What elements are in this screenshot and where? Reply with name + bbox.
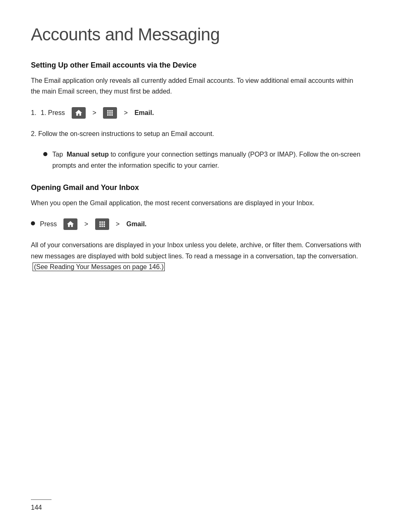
page-container: Accounts and Messaging Setting Up other …	[0, 0, 393, 313]
footer-divider	[31, 499, 51, 500]
step1-line: 1. 1. Press > > Email.	[31, 107, 362, 119]
gmail-arrow1: >	[84, 219, 88, 230]
bullet-tap-prefix: Tap	[52, 151, 63, 158]
gmail-bullet-dot	[31, 221, 35, 225]
step1-prefix: 1.	[31, 108, 38, 118]
grid-icon	[103, 107, 117, 119]
home-icon	[72, 107, 86, 119]
gmail-bullet-row: Press > > Gmail.	[31, 218, 362, 230]
step1-text: 1. 1. Press > > Email.	[31, 107, 154, 119]
page-footer: 144	[31, 499, 362, 511]
section1-intro: The Email application only reveals all c…	[31, 75, 362, 97]
section2-link[interactable]: (See Reading Your Messages on page 146.)	[33, 262, 165, 271]
section2-body: All of your conversations are displayed …	[31, 240, 362, 272]
section1-heading: Setting Up other Email accounts via the …	[31, 61, 362, 70]
bullet-manual-setup: Manual setup	[67, 151, 109, 158]
page-title: Accounts and Messaging	[31, 25, 362, 45]
grid-icon-2	[95, 218, 109, 230]
gmail-app: Gmail.	[126, 219, 147, 230]
gmail-press: Press	[40, 219, 57, 230]
bullet-section: Tap Manual setup to configure your conne…	[43, 149, 362, 171]
gmail-arrow2: >	[116, 219, 119, 230]
section2-body-text: All of your conversations are displayed …	[31, 241, 361, 259]
step2-text: 2. Follow the on-screen instructions to …	[31, 129, 362, 139]
step1-app: Email.	[134, 108, 154, 118]
bullet-dot	[43, 152, 47, 156]
home-icon-2	[63, 218, 77, 230]
page-number: 144	[31, 504, 42, 511]
step1-arrow1: >	[92, 108, 96, 118]
step1-arrow2: >	[124, 108, 128, 118]
bullet-content: Tap Manual setup to configure your conne…	[52, 149, 362, 171]
step1-press: 1. Press	[41, 108, 65, 118]
section2-intro: When you open the Gmail application, the…	[31, 198, 362, 209]
section2-heading: Opening Gmail and Your Inbox	[31, 183, 362, 192]
bullet-item: Tap Manual setup to configure your conne…	[43, 149, 362, 171]
gmail-step-text: Press > > Gmail.	[40, 218, 147, 230]
